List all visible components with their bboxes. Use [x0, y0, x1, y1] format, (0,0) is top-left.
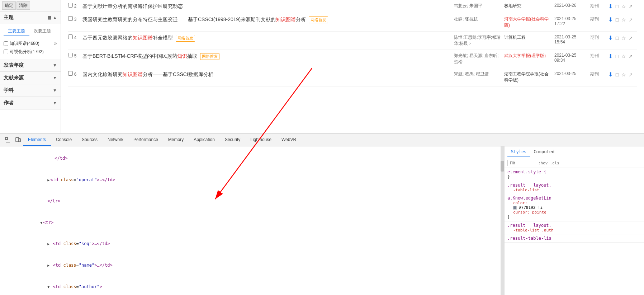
result-author-5: 郑光敏; 易天源; 唐东昕; 贺松 [454, 53, 501, 65]
star-icon-2[interactable]: ☆ [621, 4, 626, 9]
result-selector: .result layout. [507, 183, 641, 188]
result-prop-1: -table-list [507, 188, 641, 192]
bookmark-icon-4[interactable]: □ [616, 35, 619, 41]
result-title-4: 基于四元数胶囊网络的知识图谱补全模型 网络首发 [82, 34, 450, 42]
star-icon-4[interactable]: ☆ [621, 35, 626, 41]
year-collapse-icon[interactable]: ▼ [53, 63, 57, 68]
styles-rule-result: .result layout. -table-list [505, 181, 644, 194]
source-collapse-icon[interactable]: ▼ [53, 75, 57, 80]
devtools-tab-console[interactable]: Console [51, 134, 77, 146]
bookmark-icon-2[interactable]: □ [616, 4, 619, 9]
code-line-1: </td> [0, 148, 501, 169]
result-title-2: 基于文献计量分析的南极海洋保护区研究动态 [82, 3, 450, 10]
code-line-5[interactable]: ▶ <td class="seq">…</td> [0, 233, 501, 255]
result-source-4: 计算机工程 [504, 34, 551, 41]
styles-rule-knl: a.KnowledgeNetLin color: #778192 !i curs… [505, 194, 644, 221]
styles-cls-button[interactable]: .cls [550, 161, 560, 165]
result-author-3: 杜静; 张抗抗 [454, 16, 501, 22]
bookmark-icon-5[interactable]: □ [616, 53, 619, 59]
styles-panel: Styles Computed :hov .cls element.style … [504, 146, 644, 295]
share-icon-3[interactable]: ↗ [629, 17, 633, 23]
color-swatch [513, 206, 517, 210]
code-line-2[interactable]: ▶<td class="operat">…</td> [0, 169, 501, 191]
author-collapse-icon[interactable]: ▼ [53, 100, 57, 106]
devtools-tab-webvr[interactable]: WebVR [276, 134, 301, 146]
styles-hov-button[interactable]: :hov [538, 161, 548, 165]
share-icon-4[interactable]: ↗ [629, 35, 633, 41]
result-title-3: 我国研究生教育研究的分布特征与主题变迁——基于CSSCI(1998-2019)来… [82, 16, 450, 23]
result-checkbox-3[interactable] [68, 16, 73, 21]
result-tag-3: 网络首发 [309, 17, 328, 23]
code-line-4[interactable]: ▼<tr> [0, 212, 501, 234]
result-row-6: 6 国内文化旅游研究知识图谱分析——基于CSSCI数据库分析 宋航; 程禹; 程… [68, 68, 637, 86]
styles-rule-result-table: .result-table-lis [505, 234, 644, 243]
results-area: 2 基于文献计量分析的南极海洋保护区研究动态 韦想云; 朱国平 极地研究 202… [61, 0, 644, 133]
devtools-tab-network[interactable]: Network [103, 134, 128, 146]
download-icon-2[interactable]: ⬇ [608, 3, 613, 9]
code-line-7[interactable]: ▼ <td class="author"> [0, 276, 501, 295]
devtools-tab-security[interactable]: Security [220, 134, 245, 146]
collapse-icon[interactable]: ▲ [53, 15, 57, 20]
expand-icon-1[interactable]: » [54, 40, 57, 47]
share-icon-5[interactable]: ↗ [629, 53, 633, 59]
code-line-6[interactable]: ▶ <td class="name">…</td> [0, 255, 501, 276]
result-date-5: 2021-03-25 09:34 [554, 53, 587, 63]
styles-filter-input[interactable] [507, 160, 536, 166]
result-date-6: 2021-03-25 [554, 71, 587, 76]
styles-tab[interactable]: Styles [507, 148, 530, 156]
result-auth-selector: .result layout. [507, 223, 641, 228]
device-tool-button[interactable] [13, 135, 23, 145]
result-type-3: 期刊 [590, 16, 605, 22]
bookmark-icon-3[interactable]: □ [616, 17, 619, 23]
result-num-6: 6 [74, 72, 77, 77]
devtools-tab-lighthouse[interactable]: Lighthouse [245, 134, 276, 146]
primary-topic-tab[interactable]: 主要主题 [4, 27, 29, 36]
result-tag-4: 网络首发 [176, 35, 195, 42]
styles-filter-row: :hov .cls [505, 158, 644, 168]
result-checkbox-5[interactable] [68, 53, 73, 57]
download-icon-6[interactable]: ⬇ [608, 71, 613, 78]
devtools-tab-memory[interactable]: Memory [163, 134, 189, 146]
result-author-4: 陈恒;王思懿;李冠宇;祁瑞华;杨晨 › [454, 34, 501, 47]
star-icon-5[interactable]: ☆ [621, 53, 626, 59]
devtools-tab-elements[interactable]: Elements [23, 134, 51, 146]
checkbox-label-1: 知识图谱(4680) [10, 41, 39, 47]
subject-collapse-icon[interactable]: ▼ [53, 88, 57, 93]
result-title-5: 基于BERT-BiLSTM-CRF模型的中国民族药知识抽取 网络首发 [82, 53, 450, 60]
elements-scrollbar[interactable] [501, 146, 504, 295]
result-actions-3: ⬇ □ ☆ ↗ [608, 16, 637, 23]
result-checkbox-6[interactable] [68, 71, 73, 76]
confirm-button[interactable]: 确定 [2, 1, 16, 10]
result-source-2: 极地研究 [504, 3, 551, 9]
theme-title: 主题 [4, 14, 14, 21]
styles-rule-element: element.style { } [505, 168, 644, 181]
knl-prop-cursor: cursor: pointe [507, 210, 641, 215]
result-type-4: 期刊 [590, 34, 605, 41]
clear-button[interactable]: 清除 [16, 1, 30, 10]
checkbox-visual-analysis[interactable] [4, 50, 8, 54]
knl-color-hex: #778192 !i [519, 205, 543, 210]
computed-tab[interactable]: Computed [530, 148, 558, 156]
subject-title: 学科 [4, 87, 14, 94]
result-num-3: 3 [74, 17, 77, 22]
share-icon-6[interactable]: ↗ [629, 72, 633, 78]
checkbox-knowledge-graph[interactable] [4, 41, 8, 46]
download-icon-5[interactable]: ⬇ [608, 53, 613, 59]
source-title: 文献来源 [4, 75, 24, 81]
download-icon-4[interactable]: ⬇ [608, 35, 613, 41]
devtools-tab-performance[interactable]: Performance [128, 134, 163, 146]
result-checkbox-2[interactable] [68, 3, 73, 8]
result-checkbox-4[interactable] [68, 34, 73, 39]
result-auth-prop: -table-list .auth [507, 228, 641, 233]
chart-icon[interactable]: ▦ [47, 15, 51, 20]
result-tag-5: 网络首发 [200, 53, 219, 60]
star-icon-3[interactable]: ☆ [621, 17, 626, 23]
inspector-tool-button[interactable] [3, 135, 13, 145]
share-icon-2[interactable]: ↗ [629, 4, 633, 9]
devtools-tab-sources[interactable]: Sources [77, 134, 103, 146]
secondary-topic-tab[interactable]: 次要主题 [29, 27, 55, 36]
star-icon-6[interactable]: ☆ [621, 72, 626, 78]
bookmark-icon-6[interactable]: □ [616, 72, 619, 78]
download-icon-3[interactable]: ⬇ [608, 17, 613, 23]
devtools-tab-application[interactable]: Application [189, 134, 220, 146]
